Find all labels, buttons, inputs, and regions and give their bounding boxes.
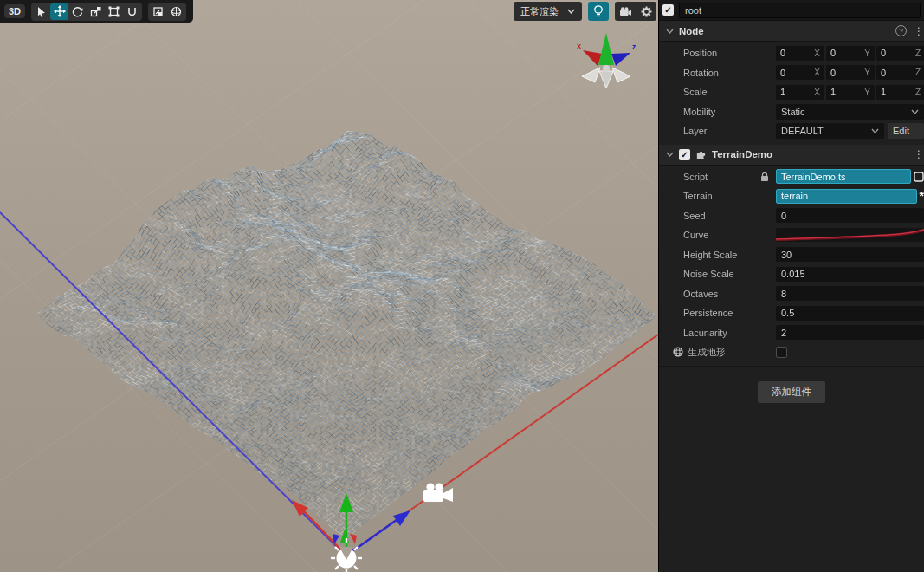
property-label: Mobility [683, 107, 776, 117]
component-section-title: TerrainDemo [712, 149, 772, 159]
rotate-tool-button[interactable] [68, 3, 87, 20]
property-label: Layer [683, 126, 776, 136]
coordinate-space-button[interactable] [167, 3, 185, 20]
component-section-header[interactable]: ✓ TerrainDemo ⋮ [659, 145, 924, 166]
render-mode-label: 正常渲染 [520, 5, 559, 18]
cursor-icon [36, 6, 47, 17]
terrain-row: Terrain terrain * [659, 186, 924, 206]
scale-y-field[interactable]: 1Y [826, 85, 875, 100]
curve-editor-preview[interactable] [776, 228, 924, 242]
script-row: Script TerrainDemo.ts [659, 167, 924, 187]
rect-tool-button[interactable] [105, 3, 123, 20]
component-menu-icon[interactable]: ⋮ [914, 148, 924, 160]
chevron-down-icon [911, 109, 919, 114]
seed-field[interactable]: 0 [776, 208, 924, 223]
octaves-row: Octaves 8 [659, 284, 924, 304]
layer-select[interactable]: DEFAULT [776, 123, 884, 139]
editor-root: x z 3D [0, 0, 924, 572]
gizmo-z-arrow[interactable] [393, 510, 410, 526]
camera-small-icon [619, 7, 631, 16]
noise-scale-row: Noise Scale 0.015 [659, 264, 924, 284]
scale-icon [90, 6, 101, 17]
property-label: Position [683, 48, 776, 58]
node-menu-icon[interactable]: ⋮ [914, 25, 924, 37]
camera-settings-button[interactable] [615, 2, 636, 21]
generate-terrain-checkbox[interactable] [776, 347, 787, 358]
viewport-toolbar-right: 正常渲染 [514, 2, 656, 21]
position-row: Position 0X 0Y 0Z [659, 43, 924, 63]
property-label: Script [683, 172, 708, 182]
property-label: 生成地形 [688, 346, 726, 359]
component-enabled-checkbox[interactable]: ✓ [679, 149, 690, 160]
layer-row: Layer DEFAULT Edit [659, 121, 924, 141]
gizmo-axis-y[interactable] [598, 33, 614, 65]
gizmo-axis-z[interactable] [611, 53, 630, 66]
scale-row: Scale 1X 1Y 1Z [659, 82, 924, 102]
section-divider [659, 366, 924, 367]
entity-ref-star-icon[interactable]: * [920, 189, 924, 203]
entity-enabled-checkbox[interactable]: ✓ [662, 4, 674, 16]
property-label: Persistence [683, 308, 776, 318]
mobility-select[interactable]: Static [776, 104, 924, 120]
script-asset-badge-icon[interactable] [914, 172, 924, 182]
move-icon [54, 5, 66, 17]
octaves-field[interactable]: 8 [776, 286, 924, 301]
property-label: Noise Scale [683, 269, 776, 279]
chevron-down-icon [567, 9, 575, 14]
position-y-field[interactable]: 0Y [826, 46, 875, 61]
height-scale-field[interactable]: 30 [776, 247, 924, 262]
lacunarity-field[interactable]: 2 [776, 325, 924, 340]
camera-icon[interactable] [423, 483, 453, 502]
terrain-entity-field[interactable]: terrain [776, 189, 917, 204]
property-label: Rotation [683, 68, 776, 78]
entity-name-input[interactable]: root [679, 3, 921, 18]
view-mode-3d-button[interactable]: 3D [4, 4, 25, 18]
viewport-settings-button[interactable] [636, 2, 656, 21]
chevron-down-icon [666, 152, 674, 157]
script-component-icon [695, 149, 707, 160]
scale-x-field[interactable]: 1X [776, 85, 824, 100]
rotation-y-field[interactable]: 0Y [826, 65, 875, 80]
scene-viewport[interactable]: x z 3D [0, 0, 658, 572]
inspector-panel: ✓ root Node ? ⋮ Position 0X 0Y [658, 0, 924, 572]
script-asset-field[interactable]: TerrainDemo.ts [776, 169, 911, 184]
scale-tool-button[interactable] [87, 3, 105, 20]
property-label: Seed [683, 211, 776, 221]
render-mode-dropdown[interactable]: 正常渲染 [514, 2, 582, 21]
node-section-header[interactable]: Node ? ⋮ [659, 21, 924, 42]
persistence-field[interactable]: 0.5 [776, 306, 924, 321]
pivot-mode-button[interactable] [149, 3, 167, 20]
move-tool-button[interactable] [50, 3, 68, 20]
height-scale-row: Height Scale 30 [659, 245, 924, 265]
layer-edit-button[interactable]: Edit [888, 123, 924, 139]
position-x-field[interactable]: 0X [776, 46, 824, 61]
noise-scale-field[interactable]: 0.015 [776, 267, 924, 282]
light-translate-gizmo[interactable] [292, 493, 410, 556]
select-tool-button[interactable] [32, 3, 50, 20]
z-axis-line [0, 212, 346, 556]
gizmo-y-arrow[interactable] [339, 493, 353, 512]
anchor-u-icon [126, 6, 138, 17]
rotate-icon [72, 6, 83, 17]
position-z-field[interactable]: 0Z [876, 46, 924, 61]
property-label: Lacunarity [683, 328, 776, 338]
scale-z-field[interactable]: 1Z [876, 85, 924, 100]
lighting-toggle-button[interactable] [588, 2, 609, 21]
mobility-row: Mobility Static [659, 102, 924, 122]
entity-header-row: ✓ root [659, 0, 924, 21]
method-sphere-icon [673, 347, 683, 357]
property-label: Curve [683, 230, 776, 240]
generate-terrain-row: 生成地形 [659, 342, 924, 362]
chevron-down-icon [666, 29, 674, 34]
pivot-icon [152, 6, 164, 17]
add-component-button[interactable]: 添加组件 [758, 381, 825, 403]
viewport-toolbar-left: 3D [0, 0, 193, 23]
chevron-down-icon [871, 128, 879, 133]
rotation-z-field[interactable]: 0Z [876, 65, 924, 80]
rotation-x-field[interactable]: 0X [776, 65, 824, 80]
help-icon[interactable]: ? [895, 25, 907, 36]
gear-icon [641, 6, 652, 17]
anchor-tool-button[interactable] [123, 3, 141, 20]
rotation-row: Rotation 0X 0Y 0Z [659, 63, 924, 83]
orientation-gizmo[interactable]: x z [577, 33, 636, 88]
